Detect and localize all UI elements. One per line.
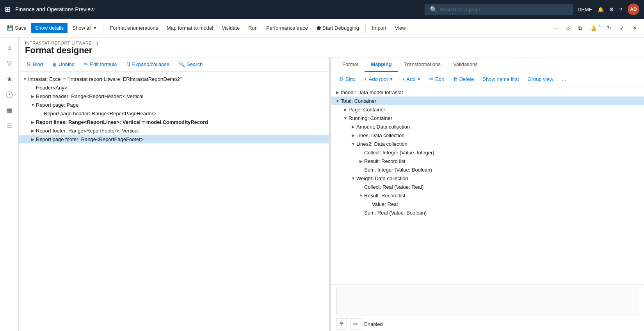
tree-item[interactable]: ▶ Report footer: Range<ReportFooter>: Ve… <box>19 126 329 135</box>
right-bind-button[interactable]: ⛓ Bind <box>336 75 359 84</box>
add-button[interactable]: + Add ▼ <box>399 75 424 84</box>
delete-formula-button[interactable]: 🗑 <box>336 318 347 329</box>
sidebar-icon-home[interactable]: ⌂ <box>2 41 16 55</box>
tab-format[interactable]: Format <box>336 57 365 72</box>
tree-item-label: Result: Record list <box>364 158 405 164</box>
right-tree-item[interactable]: Collect: Real (Value: Real) <box>331 182 644 191</box>
save-button[interactable]: 💾 Save <box>3 23 30 33</box>
view-button[interactable]: View <box>391 23 410 33</box>
validate-button[interactable]: Validate <box>218 23 244 33</box>
tree-toggle-icon[interactable]: ▼ <box>30 102 36 108</box>
tree-toggle-icon[interactable]: ▼ <box>350 175 356 181</box>
sidebar-icon-filter[interactable]: ▽ <box>2 56 16 70</box>
tree-toggle-icon[interactable]: ▶ <box>30 119 36 125</box>
delete-icon: 🗑 <box>453 76 458 82</box>
bind-button[interactable]: ⛓ Bind <box>23 60 46 69</box>
split-view-button[interactable]: ⧉ <box>575 23 586 34</box>
edit-formula-button[interactable]: ✏ <box>350 318 361 329</box>
tree-toggle-icon[interactable]: ▼ <box>334 98 341 104</box>
right-tree-item[interactable]: Sum: Real (Value: Boolean) <box>331 208 644 217</box>
tree-item[interactable]: ▼ Intrastat: Excel = "Intrastat report L… <box>19 75 329 83</box>
format-enumerations-button[interactable]: Format enumerations <box>106 23 162 33</box>
tree-item[interactable]: ▶ Report header: Range<ReportHeader>: Ve… <box>19 92 329 100</box>
panels: ⛓ Bind 🗑 Unbind ✏ Edit formula ⇅ Expand/… <box>19 57 644 331</box>
global-search-input[interactable] <box>440 4 568 15</box>
show-details-button[interactable]: Show details <box>31 23 68 33</box>
sidebar-icon-list[interactable]: ☰ <box>2 119 16 133</box>
tree-item[interactable]: Report page header: Range<ReportPageHead… <box>19 109 329 118</box>
import-button[interactable]: Import <box>368 23 390 33</box>
tree-toggle-icon[interactable]: ▼ <box>350 141 356 147</box>
add-chevron-icon: ▼ <box>417 77 421 81</box>
tree-toggle-icon[interactable]: ▶ <box>30 127 36 134</box>
tree-toggle-icon[interactable] <box>37 110 44 116</box>
right-tree-item[interactable]: Sum: Integer (Value: Boolean) <box>331 165 644 174</box>
tree-toggle-icon[interactable]: ▼ <box>342 115 349 121</box>
tree-toggle-icon[interactable]: ▶ <box>358 158 364 164</box>
tree-toggle-icon[interactable]: ▶ <box>342 106 349 113</box>
grid-icon[interactable]: ⊞ <box>5 5 11 14</box>
bell-icon[interactable]: 🔔 <box>598 7 604 13</box>
right-tree-item[interactable]: ▶ Page: Container <box>331 105 644 114</box>
tab-transformations[interactable]: Transformations <box>398 57 447 72</box>
delete-button[interactable]: 🗑 Delete <box>450 75 477 84</box>
refresh-button[interactable]: ↻ <box>603 23 615 33</box>
help-icon[interactable]: ? <box>619 7 622 13</box>
search-button[interactable]: 🔍 Search <box>176 60 206 69</box>
start-debugging-button[interactable]: ⬟ Start Debugging <box>313 23 363 33</box>
edit-formula-button[interactable]: ✏ Edit formula <box>81 60 120 69</box>
run-button[interactable]: Run <box>244 23 262 33</box>
right-tree-item[interactable]: ▼ Running: Container <box>331 114 644 122</box>
right-more-button[interactable]: ... <box>559 75 569 84</box>
global-search-box[interactable]: 🔍 <box>425 4 573 15</box>
expand-collapse-button[interactable]: ⇅ Expand/collapse <box>123 60 173 69</box>
tree-toggle-icon[interactable]: ▼ <box>22 76 28 82</box>
right-tree-item[interactable]: ▶ model: Data model Intrastat <box>331 88 644 97</box>
tree-toggle-icon[interactable]: ▶ <box>334 89 341 95</box>
right-tree-item[interactable]: ▼ Total: Container <box>331 97 644 105</box>
notification-count-button[interactable]: 🔔4 <box>587 23 602 33</box>
performance-trace-button[interactable]: Performance trace <box>262 23 312 33</box>
right-tree-item[interactable]: Collect: Integer (Value: Integer) <box>331 148 644 157</box>
right-tree: ▶ model: Data model Intrastat ▼ Total: C… <box>331 86 644 284</box>
show-all-button[interactable]: Show all ▼ <box>68 23 101 33</box>
sidebar-icon-star[interactable]: ★ <box>2 72 16 86</box>
diamond-button[interactable]: ◇ <box>562 23 574 33</box>
right-tree-item[interactable]: Value: Real <box>331 200 644 208</box>
tree-item[interactable]: ▼ Report page: Page <box>19 100 329 109</box>
formula-editor[interactable] <box>336 288 639 315</box>
gear-icon[interactable]: ⚙ <box>609 7 614 13</box>
tree-toggle-icon[interactable] <box>30 84 36 91</box>
right-tree-item[interactable]: ▶ Lines: Data collection <box>331 131 644 140</box>
tree-toggle-icon[interactable]: ▶ <box>350 123 356 130</box>
map-format-button[interactable]: Map format to model <box>163 23 217 33</box>
expand-button[interactable]: ⤢ <box>616 23 628 33</box>
sidebar-icon-grid[interactable]: ▦ <box>2 103 16 117</box>
tree-item[interactable]: Header<Any> <box>19 83 329 92</box>
close-button[interactable]: ✕ <box>629 23 641 33</box>
group-view-button[interactable]: Group view <box>525 75 557 84</box>
add-root-button[interactable]: + Add root ▼ <box>361 75 397 84</box>
tree-item[interactable]: ▶ Report page footer: Range<ReportPageFo… <box>19 135 329 143</box>
right-tree-item[interactable]: ▶ Result: Record list <box>331 157 644 165</box>
unbind-button[interactable]: 🗑 Unbind <box>49 60 78 69</box>
edit-button[interactable]: ✏ Edit <box>426 75 447 84</box>
avatar[interactable]: AD <box>628 4 639 15</box>
right-tree-item[interactable]: ▼ Lines2: Data collection <box>331 140 644 148</box>
edit-icon: ✏ <box>429 76 434 82</box>
tree-toggle-icon <box>358 149 364 156</box>
tab-mapping[interactable]: Mapping <box>365 57 398 72</box>
more-button[interactable]: ··· <box>549 23 561 33</box>
right-tree-item[interactable]: ▶ Amount: Data collection <box>331 122 644 131</box>
show-name-first-button[interactable]: Show name first <box>479 75 522 84</box>
tree-item[interactable]: ▶ Report lines: Range<ReportLines>: Vert… <box>19 118 329 126</box>
separator-1 <box>103 23 103 33</box>
right-tree-item[interactable]: ▼ Weight: Data collection <box>331 174 644 182</box>
tree-toggle-icon[interactable]: ▼ <box>358 192 364 199</box>
tree-toggle-icon[interactable]: ▶ <box>350 132 356 138</box>
tab-validations[interactable]: Validations <box>447 57 484 72</box>
sidebar-icon-clock[interactable]: 🕐 <box>2 88 16 102</box>
tree-toggle-icon[interactable]: ▶ <box>30 136 36 142</box>
right-tree-item[interactable]: ▼ Result: Record list <box>331 191 644 200</box>
tree-toggle-icon[interactable]: ▶ <box>30 93 36 99</box>
